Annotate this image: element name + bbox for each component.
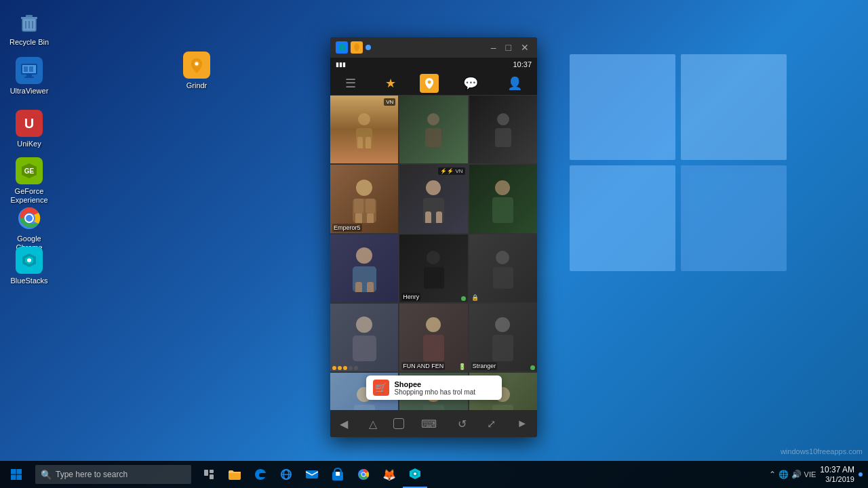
taskbar-search-bar[interactable]: 🔍 Type here to search bbox=[35, 465, 191, 484]
fullscreen-button[interactable]: ⤢ bbox=[483, 415, 500, 433]
desktop-icon-bluestacks[interactable]: BlueStacks bbox=[5, 244, 53, 288]
profile-cell-12[interactable]: Stranger bbox=[469, 304, 537, 371]
svg-rect-34 bbox=[355, 213, 362, 223]
home-button[interactable]: △ bbox=[365, 415, 381, 433]
profile-photo-1 bbox=[330, 96, 398, 163]
svg-rect-10 bbox=[26, 75, 32, 77]
taskbar-edge[interactable] bbox=[248, 461, 273, 488]
desktop-icon-unikey[interactable]: U UniKey bbox=[5, 107, 53, 151]
taskbar: 🔍 Type here to search bbox=[0, 461, 868, 488]
profile-photo-3 bbox=[469, 96, 537, 163]
profile-cell-10[interactable] bbox=[330, 304, 398, 371]
profile-photo-11 bbox=[399, 304, 467, 371]
profile-photo-2 bbox=[399, 96, 467, 163]
svg-rect-41 bbox=[436, 211, 442, 223]
keyboard-button[interactable]: ⌨ bbox=[417, 415, 441, 433]
start-button[interactable] bbox=[0, 461, 33, 488]
profile-cell-11[interactable]: FUN AND FEN 🔋 bbox=[399, 304, 467, 371]
more-button[interactable]: ► bbox=[513, 415, 532, 432]
back-button[interactable]: ◀ bbox=[336, 415, 352, 433]
profile-dots-10 bbox=[332, 366, 358, 370]
tray-up-arrow[interactable]: ⌃ bbox=[769, 470, 776, 479]
maximize-button[interactable]: □ bbox=[503, 41, 514, 54]
close-button[interactable]: ✕ bbox=[518, 41, 532, 54]
profile-cell-5[interactable]: ⚡⚡ VN bbox=[399, 165, 467, 232]
desktop-icon-ultraviewer[interactable]: UltraViewer bbox=[5, 54, 53, 98]
profile-photo-10 bbox=[330, 304, 398, 371]
titlebar-bluestacks-icon bbox=[336, 41, 348, 54]
profile-grid-scroll[interactable]: VN bbox=[330, 96, 537, 410]
profile-cell-1[interactable]: VN bbox=[330, 96, 398, 163]
bluestacks-icon bbox=[16, 247, 43, 274]
notif-content: Shopee Shopping mho has trol mat bbox=[395, 380, 476, 396]
clock-area[interactable]: 10:37 AM 3/1/2019 bbox=[820, 465, 854, 484]
svg-rect-26 bbox=[357, 137, 363, 148]
profile-cell-9[interactable]: 🔒 bbox=[469, 235, 537, 302]
svg-rect-83 bbox=[336, 472, 340, 476]
svg-point-42 bbox=[495, 180, 510, 195]
nav-back-btn[interactable]: ☰ bbox=[340, 73, 361, 94]
taskbar-right: ⌃ 🌐 🔊 VIE 10:37 AM 3/1/2019 bbox=[769, 465, 868, 484]
profile-photo-12 bbox=[469, 304, 537, 371]
taskbar-mail[interactable] bbox=[300, 461, 324, 488]
taskbar-chrome[interactable] bbox=[351, 461, 376, 488]
taskbar-store[interactable] bbox=[326, 461, 350, 488]
svg-rect-57 bbox=[492, 335, 513, 361]
clock-time: 10:37 AM bbox=[820, 465, 854, 474]
unikey-icon: U bbox=[16, 110, 43, 137]
profile-cell-6[interactable] bbox=[469, 165, 537, 232]
taskbar-file-explorer[interactable] bbox=[222, 461, 247, 488]
notif-text: Shopping mho has trol mat bbox=[395, 388, 476, 396]
nav-profile-btn[interactable]: 👤 bbox=[502, 73, 528, 94]
bottom-navigation: ◀ △ ⌨ ↺ ⤢ ► bbox=[330, 410, 537, 437]
notif-title: Shopee bbox=[395, 380, 476, 388]
desktop-icon-grindr[interactable]: Grindr bbox=[173, 49, 220, 93]
action-center-icon[interactable] bbox=[859, 472, 863, 476]
svg-point-52 bbox=[356, 317, 372, 333]
dot-2 bbox=[338, 366, 342, 370]
taskbar-firefox[interactable]: 🦊 bbox=[377, 461, 401, 488]
profile-photo-9 bbox=[469, 235, 537, 302]
nav-favorites-btn[interactable]: ★ bbox=[380, 73, 401, 94]
svg-point-86 bbox=[362, 473, 366, 476]
grindr-logo-btn[interactable] bbox=[420, 74, 439, 93]
win-pane-2 bbox=[681, 54, 787, 160]
tray-volume[interactable]: 🔊 bbox=[791, 470, 802, 479]
svg-rect-63 bbox=[492, 405, 513, 410]
nav-messages-btn[interactable]: 💬 bbox=[458, 73, 484, 94]
svg-rect-71 bbox=[17, 469, 22, 474]
taskbar-bluestacks[interactable] bbox=[403, 461, 427, 488]
svg-rect-49 bbox=[424, 267, 444, 289]
profile-photo-5: ⚡⚡ VN bbox=[399, 165, 467, 232]
rotate-button[interactable]: ↺ bbox=[454, 415, 471, 433]
profile-grid: VN bbox=[330, 96, 537, 410]
svg-point-54 bbox=[426, 317, 441, 332]
svg-rect-46 bbox=[355, 282, 362, 292]
svg-point-30 bbox=[497, 113, 509, 125]
desktop: Recycle Bin UltraViewer U UniKey GE bbox=[0, 0, 868, 488]
phone-status-bar: ▮▮▮ 10:37 bbox=[330, 58, 537, 71]
taskbar-ie[interactable] bbox=[274, 461, 298, 488]
svg-rect-36 bbox=[354, 199, 363, 214]
shopee-notification[interactable]: 🛒 Shopee Shopping mho has trol mat bbox=[366, 375, 502, 400]
clock-date: 3/1/2019 bbox=[820, 475, 854, 484]
minimize-button[interactable]: – bbox=[488, 41, 499, 54]
profile-cell-3[interactable] bbox=[469, 96, 537, 163]
taskbar-task-view[interactable] bbox=[197, 461, 221, 488]
svg-point-23 bbox=[428, 80, 431, 83]
profile-cell-4[interactable]: Emperor5 bbox=[330, 165, 398, 232]
tray-lang[interactable]: VIE bbox=[804, 470, 816, 479]
status-left: ▮▮▮ bbox=[336, 61, 346, 68]
win-pane-1 bbox=[570, 54, 675, 160]
profile-cell-8[interactable]: Henry bbox=[399, 235, 467, 302]
tray-network[interactable]: 🌐 bbox=[778, 470, 789, 479]
profile-label-4: Emperor5 bbox=[332, 224, 362, 232]
desktop-icon-recycle-bin[interactable]: Recycle Bin bbox=[5, 5, 53, 49]
svg-rect-29 bbox=[425, 128, 441, 147]
square-button[interactable] bbox=[393, 418, 404, 429]
window-titlebar: – □ ✕ bbox=[330, 37, 537, 58]
profile-cell-2[interactable] bbox=[399, 96, 467, 163]
desktop-icon-geforce[interactable]: GE GeForce Experience bbox=[5, 155, 53, 207]
profile-cell-7[interactable] bbox=[330, 235, 398, 302]
chrome-icon bbox=[16, 205, 43, 232]
